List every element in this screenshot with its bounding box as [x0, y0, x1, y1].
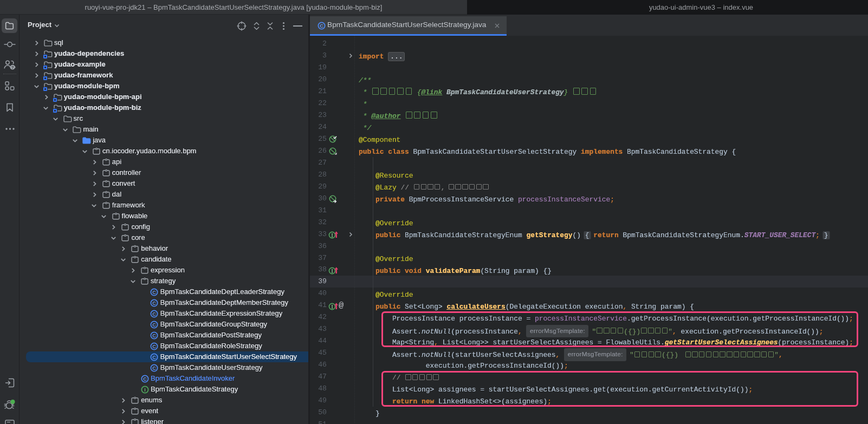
svg-text:C: C: [153, 322, 157, 328]
svg-text:C: C: [153, 311, 157, 317]
svg-text:I: I: [331, 232, 333, 238]
svg-text:C: C: [153, 366, 157, 371]
svg-text:I: I: [331, 268, 333, 273]
svg-text:C: C: [153, 344, 157, 349]
svg-text:?: ?: [11, 65, 14, 70]
svg-text:C: C: [153, 355, 157, 360]
svg-text:C: C: [153, 301, 157, 306]
svg-text:C: C: [320, 23, 323, 29]
svg-text:C: C: [153, 290, 157, 295]
svg-text:C: C: [153, 333, 157, 338]
svg-text:I: I: [331, 304, 333, 309]
svg-text:C: C: [143, 376, 147, 382]
svg-text:I: I: [144, 387, 146, 393]
